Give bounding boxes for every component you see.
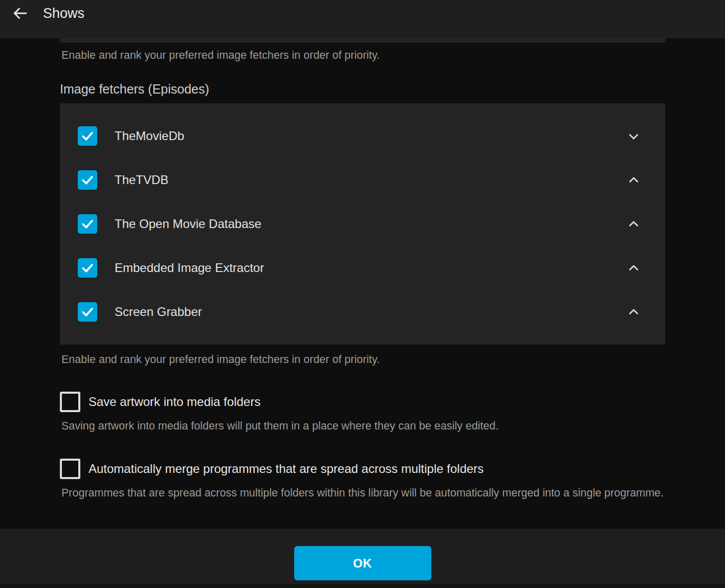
- option-label: Automatically merge programmes that are …: [89, 462, 484, 476]
- chevron-up-icon[interactable]: [622, 257, 645, 279]
- chevron-down-icon[interactable]: [622, 125, 645, 147]
- checkmark-icon: [80, 305, 95, 319]
- fetcher-checkbox-checked[interactable]: [78, 170, 97, 190]
- fetcher-label: Embedded Image Extractor: [115, 261, 264, 275]
- chevron-up-icon[interactable]: [622, 169, 645, 191]
- dialog-footer: OK: [0, 529, 725, 584]
- fetcher-checkbox-checked[interactable]: [78, 258, 97, 278]
- fetchers-priority-note: Enable and rank your preferred image fet…: [61, 353, 665, 366]
- fetcher-checkbox-checked[interactable]: [78, 214, 97, 234]
- arrow-left-icon: [11, 5, 29, 22]
- merge-programmes-checkbox[interactable]: Automatically merge programmes that are …: [60, 459, 665, 479]
- fetcher-label: TheTVDB: [115, 173, 168, 187]
- ok-button[interactable]: OK: [294, 546, 431, 580]
- option-description: Saving artwork into media folders will p…: [61, 418, 665, 434]
- fetcher-row: TheMovieDb: [60, 114, 665, 158]
- checkmark-icon: [80, 261, 95, 275]
- back-button[interactable]: [9, 3, 31, 24]
- app-header: Shows: [0, 0, 725, 38]
- fetcher-checkbox-checked[interactable]: [78, 126, 97, 146]
- fetcher-checkbox-checked[interactable]: [78, 302, 97, 322]
- chevron-up-icon[interactable]: [622, 213, 645, 235]
- fetcher-label: TheMovieDb: [115, 129, 184, 143]
- library-settings-screen: Shows Enable and rank your preferred ima…: [0, 0, 725, 588]
- fetcher-row: TheTVDB: [60, 158, 665, 202]
- options-area: Save artwork into media folders Saving a…: [60, 392, 665, 501]
- fetcher-row: Screen Grabber: [60, 290, 665, 334]
- fetcher-label: Screen Grabber: [115, 305, 202, 319]
- chevron-up-icon[interactable]: [622, 301, 645, 323]
- settings-form: Enable and rank your preferred image fet…: [60, 38, 665, 501]
- checkmark-icon: [80, 129, 95, 143]
- merge-programmes-checkbox-box[interactable]: [60, 459, 80, 479]
- fetcher-row: The Open Movie Database: [60, 202, 665, 246]
- fetchers-intro-note: Enable and rank your preferred image fet…: [61, 49, 665, 62]
- checkmark-icon: [80, 217, 95, 231]
- bottom-strip: [0, 584, 725, 588]
- previous-list-bottom-edge: [60, 38, 665, 42]
- image-fetchers-list: TheMovieDb TheTVDB The Open Movie Databa…: [60, 103, 665, 345]
- fetcher-label: The Open Movie Database: [115, 217, 261, 231]
- save-artwork-checkbox-box[interactable]: [60, 392, 80, 412]
- save-artwork-checkbox[interactable]: Save artwork into media folders: [60, 392, 665, 412]
- fetcher-row: Embedded Image Extractor: [60, 246, 665, 290]
- option-description: Programmes that are spread across multip…: [61, 485, 665, 501]
- checkmark-icon: [80, 173, 95, 187]
- page-title: Shows: [43, 5, 84, 21]
- image-fetchers-episodes-heading: Image fetchers (Episodes): [60, 81, 665, 97]
- option-label: Save artwork into media folders: [89, 395, 260, 409]
